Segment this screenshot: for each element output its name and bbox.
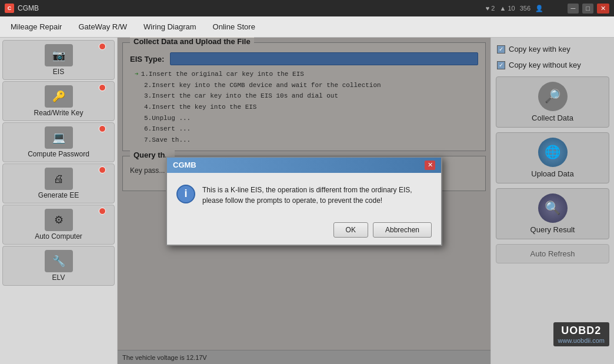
- sidebar-label-read-write-key: Read/Write Key: [34, 109, 84, 117]
- dialog-body: i This is a K-line EIS, the operation is…: [167, 173, 441, 218]
- dialog-cancel-button[interactable]: Abbrechen: [373, 222, 432, 238]
- sidebar-item-generate-ee[interactable]: 🖨 Generate EE: [2, 163, 115, 203]
- close-button[interactable]: ✕: [597, 4, 609, 14]
- upload-data-button[interactable]: 🌐 Upload Data: [496, 132, 609, 183]
- dialog-info-icon: i: [176, 185, 195, 203]
- status-indicators: ♥ 2 ▲ 10 356 👤: [486, 5, 543, 12]
- checkbox-copy-with-key-label: Copy key with key: [509, 45, 570, 54]
- collect-data-button[interactable]: 🔎 Collect Data: [496, 76, 609, 128]
- dialog-close-button[interactable]: ✕: [425, 161, 435, 170]
- sidebar-label-elv: ELV: [52, 273, 65, 282]
- sidebar-item-read-write-key[interactable]: 🔑 Read/Write Key: [2, 81, 115, 121]
- upload-data-label: Upload Data: [531, 169, 573, 178]
- auto-refresh-label: Auto Refresh: [530, 249, 575, 258]
- sidebar-item-elv[interactable]: 🔧 ELV: [2, 246, 115, 286]
- checkbox-copy-without-key-row: ✓ Copy key without key: [496, 58, 609, 72]
- eis-icon: 📷: [45, 44, 73, 66]
- dialog-title: CGMB: [173, 161, 196, 169]
- query-result-icon: 🔍: [538, 193, 568, 223]
- query-result-button[interactable]: 🔍 Query Result: [496, 188, 609, 239]
- sidebar-item-auto-computer[interactable]: ⚙ Auto Computer: [2, 205, 115, 245]
- eis-badge: [99, 43, 106, 50]
- sidebar: 📷 EIS 🔑 Read/Write Key 💻 Compute Passwor…: [0, 38, 118, 364]
- signal-indicator: ▲ 10: [499, 5, 515, 12]
- dialog-message: This is a K-line EIS, the operation is d…: [202, 185, 412, 206]
- watermark-line1: UOBD2: [558, 325, 605, 337]
- dialog-title-bar: CGMB ✕: [167, 158, 441, 173]
- dialog-box: CGMB ✕ i This is a K-line EIS, the opera…: [166, 156, 442, 246]
- window-controls[interactable]: ─ □ ✕: [568, 4, 609, 14]
- user-icon: 👤: [535, 5, 543, 12]
- checkbox-copy-with-key-row: ✓ Copy key with key: [496, 42, 609, 56]
- auto-refresh-button[interactable]: Auto Refresh: [496, 244, 609, 263]
- right-panel: ✓ Copy key with key ✓ Copy key without k…: [490, 38, 614, 364]
- auto-computer-badge: [99, 208, 106, 215]
- app-icon: C: [5, 4, 14, 13]
- sidebar-item-eis[interactable]: 📷 EIS: [2, 40, 115, 80]
- dialog-footer: OK Abbrechen: [167, 218, 441, 245]
- collect-data-icon: 🔎: [538, 82, 568, 111]
- read-write-key-badge: [99, 84, 106, 91]
- app-title: CGMB: [18, 4, 39, 12]
- minimize-button[interactable]: ─: [568, 4, 579, 14]
- elv-icon: 🔧: [45, 250, 73, 272]
- main-layout: 📷 EIS 🔑 Read/Write Key 💻 Compute Passwor…: [0, 38, 614, 364]
- maximize-button[interactable]: □: [582, 4, 593, 14]
- title-bar: C CGMB ♥ 2 ▲ 10 356 👤 ─ □ ✕: [0, 0, 614, 16]
- checkbox-copy-without-key[interactable]: ✓: [497, 61, 505, 69]
- watermark: UOBD2 www.uobdii.com: [553, 322, 609, 346]
- sidebar-label-auto-computer: Auto Computer: [35, 232, 82, 241]
- upload-data-icon: 🌐: [538, 138, 568, 167]
- sidebar-label-eis: EIS: [53, 68, 64, 76]
- menu-wiring-diagram[interactable]: Wiring Diagram: [135, 19, 205, 35]
- sidebar-item-compute-password[interactable]: 💻 Compute Password: [2, 122, 115, 162]
- number-indicator: 356: [520, 5, 530, 12]
- read-write-key-icon: 🔑: [45, 85, 73, 108]
- menu-online-store[interactable]: Online Store: [205, 19, 263, 35]
- menu-gateway[interactable]: GateWay R/W: [70, 19, 135, 35]
- collect-data-label: Collect Data: [532, 113, 573, 122]
- compute-password-badge: [99, 125, 106, 132]
- checkbox-copy-with-key[interactable]: ✓: [497, 45, 505, 54]
- sidebar-label-generate-ee: Generate EE: [38, 191, 79, 199]
- content-area: Collect Data and Upload the File EIS Typ…: [118, 38, 490, 364]
- generate-ee-badge: [99, 166, 106, 173]
- compute-password-icon: 💻: [45, 126, 73, 149]
- checkbox-copy-without-key-label: Copy key without key: [509, 61, 581, 69]
- auto-computer-icon: ⚙: [45, 209, 73, 231]
- hearts-indicator: ♥ 2: [486, 5, 495, 12]
- dialog-ok-button[interactable]: OK: [333, 222, 368, 238]
- generate-ee-icon: 🖨: [45, 168, 73, 190]
- menu-mileage-repair[interactable]: Mileage Repair: [2, 19, 70, 35]
- watermark-line2: www.uobdii.com: [558, 337, 605, 344]
- query-result-label: Query Result: [530, 225, 575, 234]
- dialog-overlay: CGMB ✕ i This is a K-line EIS, the opera…: [118, 38, 490, 364]
- sidebar-label-compute-password: Compute Password: [28, 150, 89, 158]
- menu-bar: Mileage Repair GateWay R/W Wiring Diagra…: [0, 16, 614, 38]
